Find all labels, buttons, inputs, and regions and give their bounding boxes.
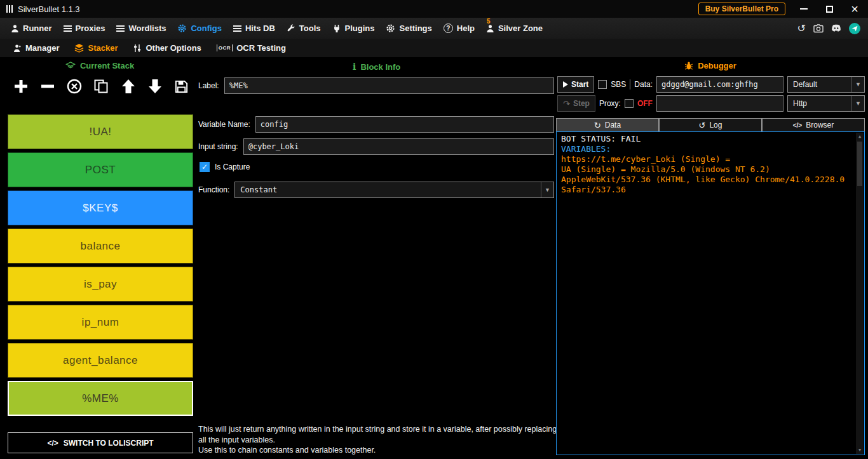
maximize-button[interactable] [822,3,836,15]
stack-block[interactable]: agent_balance [8,343,193,378]
block-info-form: Variable Name: Input string: ✓ Is Captur… [198,116,554,204]
proxy-type-select[interactable]: Http ▼ [787,95,865,112]
wordlist-type-select[interactable]: Default ▼ [787,76,865,93]
block-description: This will just return anything written i… [198,424,558,456]
ocr-icon: OCR [217,44,233,51]
debug-scrollbar[interactable]: ▲ ▼ [856,133,864,454]
discord-icon[interactable] [831,24,841,32]
arrow-up-icon [120,78,137,95]
log-line: https://t.me/cyber_Loki (Single) = [561,154,853,164]
code-icon: </> [793,122,802,129]
hits-db-icon [233,25,241,32]
description-line-2: Use this to chain constants and variable… [198,445,558,456]
chevron-down-icon: ▼ [541,182,553,197]
log-line: Safari/537.36 [561,185,853,195]
tab-log[interactable]: ↺ Log [659,118,762,131]
menu-label: Configs [191,23,221,33]
code-icon: </> [47,439,58,448]
minimize-icon [800,8,808,10]
tab-data[interactable]: ↻ Data [556,118,659,131]
is-capture-checkbox[interactable]: ✓ [200,162,210,172]
submenu-other-options[interactable]: Other Options [127,43,207,53]
scrollbar-thumb[interactable] [857,142,862,186]
is-capture-label: Is Capture [215,163,250,171]
move-up-button[interactable] [120,78,137,95]
switch-button-label: SWITCH TO LOLISCRIPT [64,439,154,448]
menu-runner[interactable]: Runner [5,18,58,39]
configs-submenu: Manager Stacker Other Options OCR OCR Te… [0,39,868,58]
data-input[interactable] [656,76,783,93]
menubar-right-icons: ↺ [797,22,863,34]
submenu-manager[interactable]: Manager [8,43,65,53]
proxy-status: OFF [637,99,653,108]
submenu-label: Stacker [88,43,118,53]
menu-plugins[interactable]: Plugins [327,18,381,39]
debugger-tabs: ↻ Data ↺ Log </> Browser [556,118,865,131]
add-block-button[interactable] [13,78,29,95]
stack-block[interactable]: is_pay [8,267,193,302]
wordlist-type-value: Default [793,80,817,89]
scroll-down-icon[interactable]: ▼ [858,446,861,454]
tools-icon [287,24,295,33]
remove-block-button[interactable] [39,78,56,95]
variable-name-input[interactable] [255,116,554,133]
buy-pro-button[interactable]: Buy SilverBullet Pro [698,3,785,15]
start-button[interactable]: Start [557,76,594,93]
menu-help[interactable]: ? Help [438,18,480,39]
proxy-checkbox[interactable] [625,99,634,108]
stack-block[interactable]: $KEY$ [8,190,193,225]
block-stack-list: !UA! POST $KEY$ balance is_pay ip_num ag… [8,114,193,419]
stack-block[interactable]: POST [8,152,193,187]
menu-settings[interactable]: Settings [380,18,437,39]
maximize-icon [826,6,833,13]
tab-browser[interactable]: </> Browser [762,118,865,131]
titlebar: SilverBullet 1.1.3 Buy SilverBullet Pro … [0,0,868,18]
debugger-row-1: Start SBS Data: Default ▼ [557,76,865,93]
tab-label: Log [709,121,722,130]
menu-tools[interactable]: Tools [281,18,327,39]
menu-label: Proxies [76,23,105,33]
minimize-button[interactable] [797,3,811,15]
switch-to-loliscript-button[interactable]: </> SWITCH TO LOLISCRIPT [8,432,193,453]
menu-hits-db[interactable]: Hits DB [227,18,281,39]
menu-wordlists[interactable]: Wordlists [111,18,172,39]
stack-block[interactable]: ip_num [8,305,193,340]
log-line: BOT STATUS: FAIL [561,134,853,144]
move-down-button[interactable] [147,78,163,95]
input-string-input[interactable] [243,138,554,155]
proxy-input[interactable] [656,95,783,112]
stack-block[interactable]: balance [8,229,193,263]
variable-name-label: Variable Name: [198,120,250,129]
sliders-icon [133,44,142,53]
tab-label: Browser [806,121,834,130]
step-button[interactable]: ↷ Step [557,95,595,112]
menu-silver-zone[interactable]: 5 Silver Zone [480,18,548,39]
submenu-ocr-testing[interactable]: OCR OCR Testing [211,43,292,53]
screenshot-camera-icon[interactable] [813,24,824,33]
debugger-controls: Start SBS Data: Default ▼ ↷ Step [557,76,865,114]
runner-icon [11,24,19,33]
clear-stack-button[interactable] [66,78,83,95]
save-config-button[interactable] [173,79,189,95]
play-icon [563,81,568,88]
telegram-icon[interactable] [849,23,860,34]
is-capture-row: ✓ Is Capture [200,161,554,173]
close-button[interactable]: × [848,3,862,15]
label-input[interactable] [224,77,554,94]
history-icon[interactable]: ↺ [797,22,806,34]
menu-configs[interactable]: Configs [172,18,227,39]
log-line: UA (Single) = Mozilla/5.0 (Windows NT 6.… [561,164,853,175]
duplicate-block-button[interactable] [93,78,109,95]
help-icon: ? [444,23,453,33]
info-icon: i [353,61,356,72]
log-line: VARIABLES: [561,144,853,154]
scroll-up-icon[interactable]: ▲ [858,133,861,140]
submenu-label: Manager [25,43,59,53]
sbs-checkbox[interactable] [598,80,607,89]
stack-block-selected[interactable]: %ME% [8,381,193,416]
submenu-stacker[interactable]: Stacker [69,43,123,53]
function-select[interactable]: Constant ▼ [234,182,554,198]
menu-proxies[interactable]: Proxies [58,18,111,39]
stack-block[interactable]: !UA! [8,114,193,149]
chevron-down-icon: ▼ [851,96,864,111]
